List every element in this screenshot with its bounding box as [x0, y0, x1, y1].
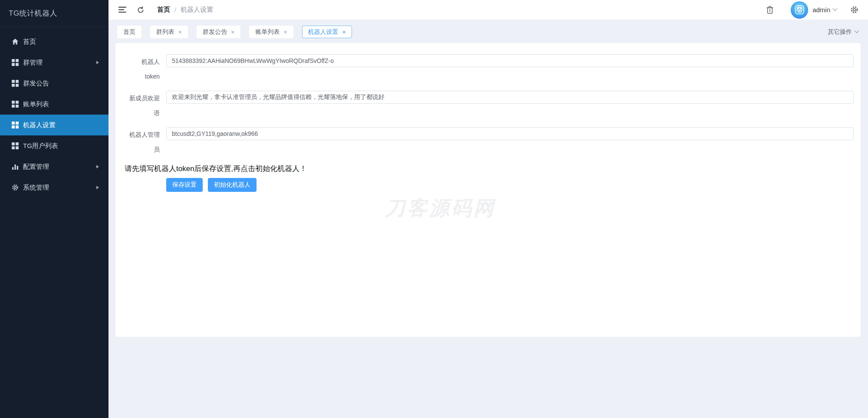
chevron-down-icon [854, 28, 859, 33]
token-input[interactable] [166, 54, 854, 67]
header-actions: admin [764, 1, 860, 19]
chevron-down-icon[interactable] [832, 6, 837, 11]
breadcrumb-home[interactable]: 首页 [157, 6, 170, 14]
tab-robot-settings[interactable]: 机器人设置 × [302, 26, 352, 38]
grid-icon [12, 142, 19, 149]
grid-icon [12, 80, 19, 87]
tab-home[interactable]: 首页 [117, 26, 141, 38]
gear-icon [12, 184, 19, 191]
admins-input[interactable] [166, 127, 854, 140]
tab-bar: 首页 群列表 × 群发公告 × 账单列表 × 机器人设置 × 其它操作 [108, 20, 868, 43]
bar-chart-icon [12, 163, 19, 170]
close-icon[interactable]: × [178, 29, 182, 35]
tab-label: 首页 [123, 28, 135, 36]
sidebar-item-label: 系统管理 [23, 184, 49, 192]
watermark-text: 刀客源码网 [385, 195, 496, 222]
sidebar-item-group-manage[interactable]: 群管理 [0, 52, 108, 73]
arrow-right-icon [96, 165, 99, 168]
admins-field-label: 机器人管理 员 [115, 127, 166, 157]
settings-gear-icon[interactable] [848, 4, 860, 16]
sidebar-item-broadcast[interactable]: 群发公告 [0, 73, 108, 94]
token-field-label: 机器人 token [115, 54, 166, 84]
form-row-admins: 机器人管理 员 [115, 127, 861, 157]
sidebar-menu: 首页 群管理 群发公告 账单列表 [0, 27, 108, 198]
breadcrumb-current: 机器人设置 [181, 6, 213, 14]
app-title: TG统计机器人 [0, 0, 108, 27]
sidebar-item-tg-users[interactable]: TG用户列表 [0, 135, 108, 156]
tab-label: 机器人设置 [308, 28, 339, 36]
tab-broadcast[interactable]: 群发公告 × [197, 26, 240, 38]
setup-notice-text: 请先填写机器人token后保存设置,再点击初始化机器人！ [125, 164, 861, 174]
trash-icon[interactable] [764, 4, 776, 16]
init-robot-button[interactable]: 初始化机器人 [208, 178, 256, 192]
welcome-input[interactable] [166, 91, 854, 104]
form-row-token: 机器人 token [115, 54, 861, 84]
sidebar-item-robot-settings[interactable]: 机器人设置 [0, 115, 108, 135]
form-row-welcome: 新成员欢迎 语 [115, 91, 861, 120]
arrow-right-icon [96, 186, 99, 189]
sidebar-item-bills[interactable]: 账单列表 [0, 94, 108, 115]
more-actions-dropdown[interactable]: 其它操作 [828, 26, 858, 38]
sidebar-item-system-manage[interactable]: 系统管理 [0, 177, 108, 198]
sidebar-item-config-manage[interactable]: 配置管理 [0, 156, 108, 177]
sidebar-item-label: TG用户列表 [23, 142, 58, 150]
welcome-field-label: 新成员欢迎 语 [115, 91, 166, 120]
grid-icon [12, 101, 19, 108]
tab-label: 群发公告 [203, 28, 227, 36]
form-buttons: 保存设置 初始化机器人 [166, 178, 861, 192]
sidebar-item-label: 机器人设置 [23, 121, 56, 129]
arrow-right-icon [96, 61, 99, 64]
breadcrumb-separator: / [174, 6, 176, 13]
refresh-icon[interactable] [135, 4, 147, 16]
grid-icon [12, 122, 19, 128]
sidebar-item-label: 群发公告 [23, 79, 49, 88]
sidebar-item-label: 账单列表 [23, 100, 49, 109]
sidebar-item-home[interactable]: 首页 [0, 31, 108, 52]
tab-bills[interactable]: 账单列表 × [249, 26, 293, 38]
close-icon[interactable]: × [342, 29, 346, 35]
content-card: 机器人 token 新成员欢迎 语 机器人管理 员 请先填写机器人token后保… [115, 43, 861, 337]
sidebar: TG统计机器人 首页 群管理 群发公告 [0, 0, 108, 418]
user-avatar[interactable] [791, 1, 808, 19]
sidebar-item-label: 首页 [23, 38, 36, 46]
close-icon[interactable]: × [231, 29, 234, 35]
tab-group-list[interactable]: 群列表 × [150, 26, 188, 38]
close-icon[interactable]: × [283, 29, 287, 35]
sidebar-item-label: 配置管理 [23, 163, 49, 171]
save-settings-button[interactable]: 保存设置 [166, 178, 203, 192]
grid-icon [12, 59, 19, 66]
sidebar-item-label: 群管理 [23, 59, 43, 67]
home-icon [12, 38, 19, 45]
app-root: TG统计机器人 首页 群管理 群发公告 [0, 0, 868, 418]
breadcrumb: 首页 / 机器人设置 [157, 6, 213, 14]
top-header: 首页 / 机器人设置 admin [108, 0, 868, 20]
more-actions-label: 其它操作 [828, 28, 852, 36]
username[interactable]: admin [812, 6, 830, 13]
hamburger-menu-icon[interactable] [116, 4, 128, 16]
tab-label: 账单列表 [255, 28, 279, 36]
tab-label: 群列表 [156, 28, 174, 36]
